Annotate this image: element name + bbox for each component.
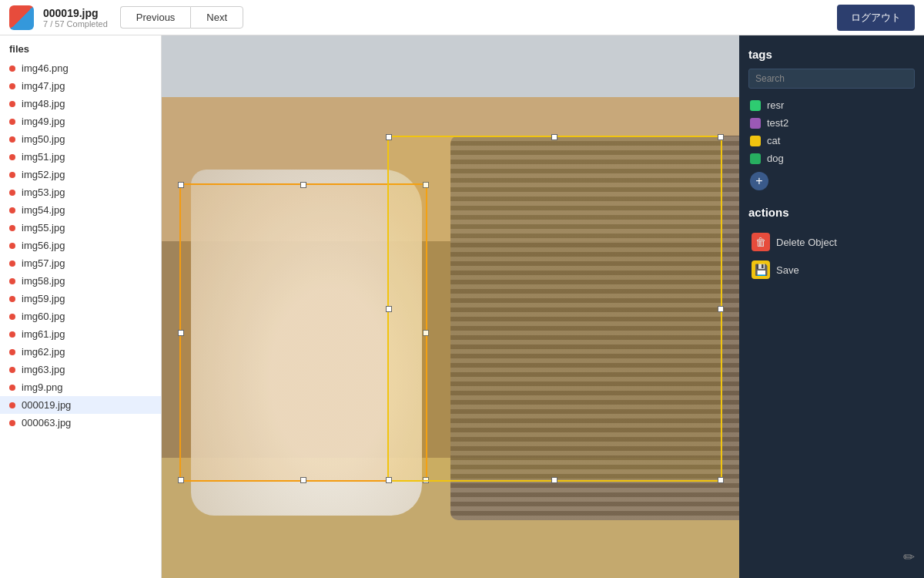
header-file-info: 000019.jpg 7 / 57 Completed bbox=[43, 7, 108, 29]
handle-bm[interactable] bbox=[300, 477, 306, 483]
add-tag-button[interactable]: + bbox=[750, 172, 768, 190]
file-item-label: img50.jpg bbox=[22, 133, 65, 145]
tag-item[interactable]: dog bbox=[748, 150, 915, 167]
file-item-label: 000063.jpg bbox=[22, 417, 71, 428]
file-item-label: img53.jpg bbox=[22, 187, 65, 198]
panel-footer: ✏ bbox=[748, 549, 915, 566]
file-dot-icon bbox=[9, 314, 15, 320]
file-dot-icon bbox=[9, 296, 15, 302]
file-dot-icon bbox=[9, 101, 15, 107]
file-item-label: img48.jpg bbox=[22, 98, 65, 109]
handle-tl[interactable] bbox=[178, 182, 184, 188]
tags-title: tags bbox=[748, 48, 915, 61]
file-dot-icon bbox=[9, 278, 15, 284]
file-list-item[interactable]: img46.png bbox=[0, 59, 161, 77]
handle-tr-2[interactable] bbox=[718, 134, 724, 140]
tag-search-input[interactable] bbox=[748, 69, 915, 89]
file-dot-icon bbox=[9, 66, 15, 72]
file-list-item[interactable]: 000019.jpg bbox=[0, 396, 161, 414]
file-item-label: img55.jpg bbox=[22, 222, 65, 234]
file-dot-icon bbox=[9, 172, 15, 178]
tag-color-dot bbox=[750, 136, 761, 146]
file-list-item[interactable]: img55.jpg bbox=[0, 219, 161, 237]
tag-label: test2 bbox=[767, 117, 788, 129]
file-dot-icon bbox=[9, 420, 15, 426]
file-list-item[interactable]: img58.jpg bbox=[0, 272, 161, 290]
file-item-label: img9.png bbox=[22, 381, 62, 393]
file-item-label: 000019.jpg bbox=[22, 399, 71, 411]
handle-bm-2[interactable] bbox=[551, 477, 557, 483]
main-layout: files img46.pngimg47.jpgimg48.jpgimg49.j… bbox=[0, 35, 924, 578]
file-list-item[interactable]: 000063.jpg bbox=[0, 414, 161, 432]
file-list-item[interactable]: img60.jpg bbox=[0, 307, 161, 325]
handle-br-2[interactable] bbox=[718, 477, 724, 483]
file-list-item[interactable]: img56.jpg bbox=[0, 237, 161, 254]
file-list-item[interactable]: img61.jpg bbox=[0, 325, 161, 343]
file-list-item[interactable]: img52.jpg bbox=[0, 166, 161, 183]
handle-mr-2[interactable] bbox=[718, 306, 724, 312]
actions-section: actions 🗑Delete Object💾Save bbox=[748, 206, 915, 284]
tag-item[interactable]: resr bbox=[748, 96, 915, 114]
file-dot-icon bbox=[9, 402, 15, 408]
file-item-label: img47.jpg bbox=[22, 80, 65, 92]
actions-title: actions bbox=[748, 206, 915, 219]
file-list-item[interactable]: img53.jpg bbox=[0, 183, 161, 201]
action-label: Save bbox=[776, 264, 799, 276]
handle-bl-2[interactable] bbox=[386, 477, 392, 483]
sidebar: files img46.pngimg47.jpgimg48.jpgimg49.j… bbox=[0, 35, 162, 578]
file-dot-icon bbox=[9, 243, 15, 249]
canvas-top-bar bbox=[162, 35, 739, 97]
file-list-item[interactable]: img49.jpg bbox=[0, 113, 161, 130]
handle-ml[interactable] bbox=[178, 330, 184, 336]
bounding-box-2[interactable] bbox=[387, 136, 722, 482]
action-button[interactable]: 💾Save bbox=[748, 256, 915, 284]
header-progress: 7 / 57 Completed bbox=[43, 19, 108, 29]
header-filename: 000019.jpg bbox=[43, 7, 108, 19]
file-list-item[interactable]: img48.jpg bbox=[0, 95, 161, 113]
tag-label: dog bbox=[767, 153, 784, 164]
handle-tm-2[interactable] bbox=[551, 134, 557, 140]
handle-bl[interactable] bbox=[178, 477, 184, 483]
sidebar-title: files bbox=[0, 35, 161, 59]
file-list-item[interactable]: img62.jpg bbox=[0, 343, 161, 361]
file-item-label: img51.jpg bbox=[22, 151, 65, 163]
tag-label: resr bbox=[767, 99, 784, 111]
file-item-label: img59.jpg bbox=[22, 293, 65, 304]
file-list-item[interactable]: img57.jpg bbox=[0, 254, 161, 272]
file-item-label: img61.jpg bbox=[22, 328, 65, 340]
file-dot-icon bbox=[9, 331, 15, 338]
tag-color-dot bbox=[750, 100, 761, 111]
file-list-item[interactable]: img47.jpg bbox=[0, 77, 161, 95]
next-button[interactable]: Next bbox=[190, 6, 243, 29]
edit-icon-button[interactable]: ✏ bbox=[903, 549, 915, 566]
tags-section: tags resrtest2catdog + bbox=[748, 48, 915, 190]
file-dot-icon bbox=[9, 260, 15, 267]
file-dot-icon bbox=[9, 154, 15, 160]
tag-item[interactable]: test2 bbox=[748, 114, 915, 132]
file-item-label: img57.jpg bbox=[22, 257, 65, 269]
file-list-item[interactable]: img59.jpg bbox=[0, 290, 161, 307]
handle-ml-2[interactable] bbox=[386, 306, 392, 312]
file-list-item[interactable]: img63.jpg bbox=[0, 361, 161, 378]
tag-item[interactable]: cat bbox=[748, 132, 915, 150]
file-list: img46.pngimg47.jpgimg48.jpgimg49.jpgimg5… bbox=[0, 59, 161, 432]
action-icon: 💾 bbox=[752, 260, 770, 279]
prev-button[interactable]: Previous bbox=[120, 6, 191, 29]
file-list-item[interactable]: img54.jpg bbox=[0, 201, 161, 219]
action-label: Delete Object bbox=[776, 237, 837, 248]
handle-tl-2[interactable] bbox=[386, 134, 392, 140]
file-dot-icon bbox=[9, 83, 15, 89]
logout-button[interactable]: ログアウト bbox=[837, 5, 915, 31]
handle-tm[interactable] bbox=[300, 182, 306, 188]
file-item-label: img60.jpg bbox=[22, 311, 65, 322]
file-list-item[interactable]: img51.jpg bbox=[0, 148, 161, 166]
tag-label: cat bbox=[767, 135, 780, 146]
image-container[interactable] bbox=[162, 97, 739, 578]
file-item-label: img58.jpg bbox=[22, 275, 65, 287]
file-dot-icon bbox=[9, 349, 15, 355]
file-list-item[interactable]: img9.png bbox=[0, 378, 161, 396]
nav-buttons: Previous Next bbox=[120, 6, 243, 29]
action-button[interactable]: 🗑Delete Object bbox=[748, 228, 915, 256]
tag-color-dot bbox=[750, 153, 761, 164]
file-list-item[interactable]: img50.jpg bbox=[0, 130, 161, 148]
